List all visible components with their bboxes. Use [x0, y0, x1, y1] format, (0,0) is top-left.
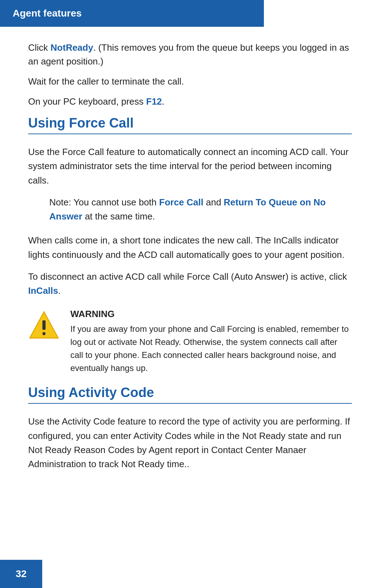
- section1-body1: Use the Force Call feature to automatica…: [28, 145, 352, 187]
- section2-heading: Using Activity Code: [28, 385, 352, 404]
- footer-bar: 32: [0, 560, 42, 588]
- intro-section: Click NotReady. (This removes you from t…: [28, 41, 352, 109]
- intro-paragraph-1: Click NotReady. (This removes you from t…: [28, 41, 352, 68]
- force-call-note-link[interactable]: Force Call: [159, 197, 203, 208]
- note-block: Note: You cannot use both Force Call and…: [49, 195, 352, 224]
- section1-heading: Using Force Call: [28, 116, 352, 134]
- warning-content: WARNING If you are away from your phone …: [70, 309, 352, 375]
- warning-icon: [28, 309, 60, 340]
- header-title: Agent features: [13, 8, 82, 19]
- intro-paragraph-2: Wait for the caller to terminate the cal…: [28, 75, 352, 88]
- section1-body2: When calls come in, a short tone indicat…: [28, 233, 352, 262]
- section2-body1: Use the Activity Code feature to record …: [28, 414, 352, 471]
- svg-point-2: [43, 332, 46, 335]
- not-ready-link[interactable]: NotReady: [51, 42, 93, 53]
- intro-paragraph-3: On your PC keyboard, press F12.: [28, 95, 352, 109]
- warning-text: If you are away from your phone and Call…: [70, 322, 352, 375]
- main-content: Click NotReady. (This removes you from t…: [0, 27, 380, 507]
- header-bar: Agent features: [0, 0, 264, 27]
- svg-rect-1: [43, 320, 46, 330]
- page-number: 32: [15, 568, 26, 580]
- section1-body3: To disconnect an active ACD call while F…: [28, 270, 352, 298]
- warning-title: WARNING: [70, 309, 352, 320]
- f12-link[interactable]: F12: [146, 96, 162, 107]
- incalls-link[interactable]: InCalls: [28, 285, 58, 296]
- warning-block: WARNING If you are away from your phone …: [28, 309, 352, 375]
